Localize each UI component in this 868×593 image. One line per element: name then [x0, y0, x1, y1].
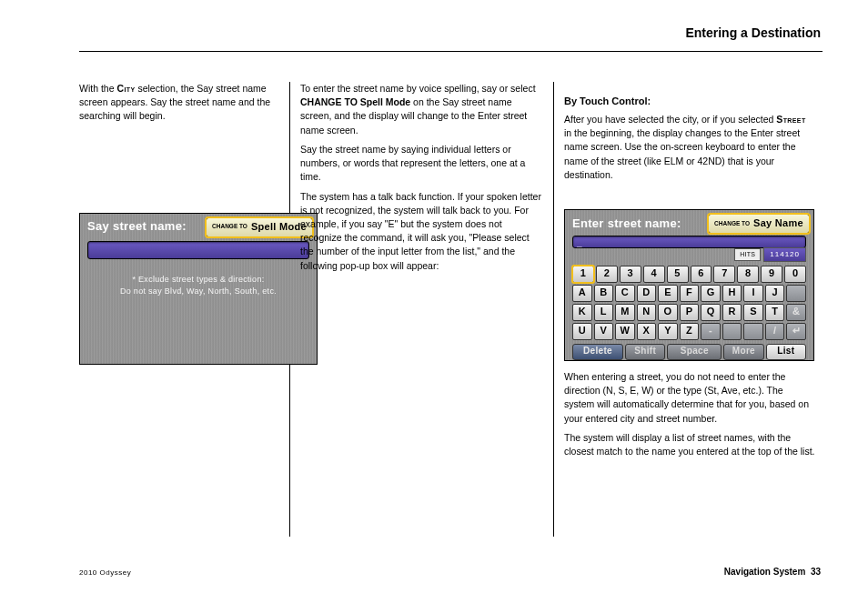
- keyboard-row-4: U V W X Y Z - / ↵: [572, 323, 806, 340]
- hits-label: HITS: [734, 248, 761, 261]
- key-1[interactable]: 1: [572, 266, 594, 283]
- key-9[interactable]: 9: [761, 266, 782, 283]
- key-2[interactable]: 2: [596, 266, 618, 283]
- delete-button[interactable]: Delete: [572, 344, 623, 360]
- more-button[interactable]: More: [723, 344, 763, 360]
- keyboard-bottom-row: Delete Shift Space More List: [572, 344, 806, 360]
- screen1-helper: * Exclude street types & direction: Do n…: [80, 274, 317, 298]
- key-u[interactable]: U: [572, 323, 592, 340]
- keyboard-row-2: A B C D E F G H I J: [572, 285, 806, 302]
- list-button[interactable]: List: [766, 344, 806, 360]
- keyboard-row-3: K L M N O P Q R S T &: [572, 304, 806, 321]
- key-3[interactable]: 3: [620, 266, 641, 283]
- col2-paragraph-2: Say the street name by saying individual…: [300, 143, 542, 185]
- change-to-say-name-button[interactable]: CHANGE TO Say Name: [708, 214, 810, 234]
- hits-row: HITS 114120: [565, 247, 813, 263]
- col3-paragraph-1: After you have selected the city, or if …: [564, 113, 815, 182]
- key-7[interactable]: 7: [713, 266, 735, 283]
- key-6[interactable]: 6: [691, 266, 712, 283]
- col2-paragraph-3: The system has a talk back function. If …: [300, 190, 542, 273]
- column-3: By Touch Control: After you have selecte…: [553, 82, 826, 593]
- key-q[interactable]: Q: [701, 304, 721, 321]
- key-ampersand[interactable]: &: [786, 304, 806, 321]
- screen2-title-row: Enter street name: CHANGE TO Say Name: [565, 210, 813, 236]
- header-rule: [79, 51, 823, 52]
- column-1: With the City selection, the Say street …: [0, 82, 289, 593]
- screen2-input[interactable]: _: [572, 236, 806, 248]
- key-c[interactable]: C: [615, 285, 635, 302]
- screen1-title-row: Say street name: CHANGE TO Spell Mode: [80, 214, 317, 239]
- key-8[interactable]: 8: [737, 266, 759, 283]
- key-b[interactable]: B: [594, 285, 614, 302]
- key-enter[interactable]: ↵: [786, 323, 806, 340]
- say-street-screen: Say street name: CHANGE TO Spell Mode * …: [79, 213, 318, 365]
- key-z[interactable]: Z: [680, 323, 700, 340]
- footer-right: Navigation System 33: [724, 567, 821, 577]
- nav-city-label: City: [116, 83, 135, 94]
- col2-paragraph-1: To enter the street name by voice spelli…: [300, 82, 542, 137]
- key-x[interactable]: X: [637, 323, 657, 340]
- keyboard: 1 2 3 4 5 6 7 8 9 0 A B C: [572, 266, 806, 340]
- screen2-title: Enter street name:: [572, 216, 681, 233]
- change-to-prefix: CHANGE TO: [212, 224, 247, 230]
- col3-paragraph-2: When entering a street, you do not need …: [564, 370, 815, 426]
- key-period[interactable]: [722, 323, 742, 340]
- col3-paragraph-3: The system will display a list of street…: [564, 431, 815, 458]
- footer-model: 2010 Odyssey: [79, 568, 131, 577]
- key-apostrophe[interactable]: [786, 285, 806, 302]
- key-m[interactable]: M: [615, 304, 635, 321]
- key-p[interactable]: P: [680, 304, 700, 321]
- columns: With the City selection, the Say street …: [0, 82, 868, 593]
- enter-street-screen: Enter street name: CHANGE TO Say Name _ …: [564, 209, 814, 361]
- key-k[interactable]: K: [572, 304, 592, 321]
- key-o[interactable]: O: [658, 304, 678, 321]
- by-touch-heading: By Touch Control:: [564, 95, 815, 109]
- key-d[interactable]: D: [637, 285, 657, 302]
- key-comma[interactable]: [743, 323, 763, 340]
- key-i[interactable]: I: [743, 285, 763, 302]
- key-y[interactable]: Y: [658, 323, 678, 340]
- keyboard-row-1: 1 2 3 4 5 6 7 8 9 0: [572, 266, 806, 283]
- hits-value: 114120: [763, 247, 806, 262]
- key-s[interactable]: S: [743, 304, 763, 321]
- key-0[interactable]: 0: [784, 266, 806, 283]
- key-4[interactable]: 4: [643, 266, 665, 283]
- key-v[interactable]: V: [594, 323, 614, 340]
- space-button[interactable]: Space: [667, 344, 722, 360]
- key-w[interactable]: W: [615, 323, 635, 340]
- screen1-input[interactable]: [87, 241, 309, 259]
- page: Entering a Destination With the City sel…: [0, 0, 868, 593]
- shift-button[interactable]: Shift: [625, 344, 665, 360]
- key-slash[interactable]: /: [765, 323, 785, 340]
- key-t[interactable]: T: [765, 304, 785, 321]
- key-n[interactable]: N: [637, 304, 657, 321]
- col1-paragraph-1: With the City selection, the Say street …: [79, 82, 278, 124]
- key-j[interactable]: J: [765, 285, 785, 302]
- change-to-say-label: Say Name: [753, 216, 803, 231]
- key-l[interactable]: L: [594, 304, 614, 321]
- key-a[interactable]: A: [572, 285, 592, 302]
- key-e[interactable]: E: [658, 285, 678, 302]
- column-2: To enter the street name by voice spelli…: [289, 82, 553, 593]
- change-to-prefix-2: CHANGE TO: [714, 221, 750, 227]
- key-5[interactable]: 5: [667, 266, 689, 283]
- key-g[interactable]: G: [701, 285, 721, 302]
- section-title: Entering a Destination: [685, 25, 821, 40]
- key-f[interactable]: F: [680, 285, 700, 302]
- key-h[interactable]: H: [722, 285, 742, 302]
- key-r[interactable]: R: [722, 304, 742, 321]
- screen1-title: Say street name:: [87, 218, 187, 236]
- nav-street-label: Street: [776, 114, 805, 125]
- key-dash[interactable]: -: [701, 323, 721, 340]
